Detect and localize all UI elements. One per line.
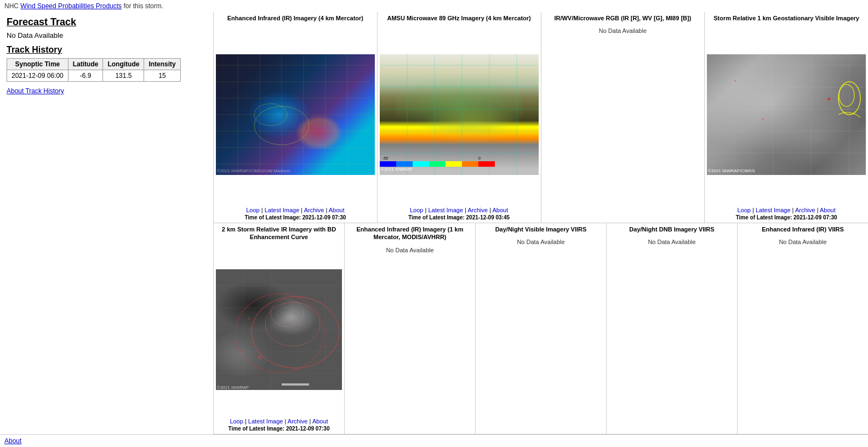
vis-geo-loop-link[interactable]: Loop: [738, 207, 751, 213]
svg-text:©2021 NIWRAP: ©2021 NIWRAP: [381, 167, 413, 172]
svg-text:0: 0: [478, 156, 481, 160]
top-bar: NHC Wind Speed Probabilities Products fo…: [0, 0, 868, 12]
svg-text:©2021 NIWRAP/CIMSS: ©2021 NIWRAP/CIMSS: [708, 168, 755, 173]
cell-viirs-ir: Enhanced Infrared (IR) VIIRS No Data Ava…: [738, 223, 868, 434]
cell-ir-4km-title: Enhanced Infrared (IR) Imagery (4 km Mer…: [227, 14, 363, 22]
col-intensity: Intensity: [144, 59, 180, 70]
col-latitude: Latitude: [68, 59, 103, 70]
cell-bd-links: Loop | Latest Image | Archive | About: [230, 418, 328, 425]
cell-viirs-dnb-title: Day/Night DNB Imagery VIIRS: [629, 225, 714, 233]
cell-bd-2km: 2 km Storm Relative IR Imagery with BD E…: [214, 223, 345, 434]
track-history-table: Synoptic Time Latitude Longitude Intensi…: [7, 58, 181, 82]
cell-amsu-89ghz: AMSU Microwave 89 GHz Imagery (4 km Merc…: [378, 12, 541, 223]
cell-ir-4km: Enhanced Infrared (IR) Imagery (4 km Mer…: [214, 12, 378, 223]
cell-viirs-vis-nodata: No Data Available: [517, 239, 564, 245]
cell-bd-timestamp: Time of Latest Image: 2021-12-09 07:30: [229, 426, 330, 432]
amsu-loop-link[interactable]: Loop: [410, 207, 423, 213]
cell-intensity: 15: [144, 70, 180, 82]
cell-amsu-links: Loop | Latest Image | Archive | About: [410, 207, 508, 213]
svg-rect-26: [380, 161, 396, 167]
vis-geo-about-link[interactable]: About: [820, 207, 836, 213]
cell-amsu-image: -50 0 ©2021 NIWRAP: [380, 24, 539, 205]
bd-latest-link[interactable]: Latest Image: [248, 418, 283, 425]
right-panel: Enhanced Infrared (IR) Imagery (4 km Mer…: [214, 12, 868, 434]
bd-loop-link[interactable]: Loop: [230, 418, 243, 425]
cell-ir-wv-title: IR/WV/Microwave RGB (IR [R], WV [G], MI8…: [554, 14, 691, 22]
cell-viirs-ir-title: Enhanced Infrared (IR) VIIRS: [762, 225, 844, 233]
cell-latitude: -6.9: [68, 70, 103, 82]
amsu-about-link[interactable]: About: [493, 207, 509, 213]
cell-synoptic-time: 2021-12-09 06:00: [7, 70, 68, 82]
svg-point-62: [265, 302, 320, 346]
cell-vis-geo-title: Storm Relative 1 km Geostationary Visibl…: [713, 14, 859, 22]
svg-text:+: +: [827, 96, 831, 102]
cell-vis-geo-image: ©2021 NIWRAP/CIMSS + + +: [707, 24, 866, 205]
amsu-latest-link[interactable]: Latest Image: [428, 207, 463, 213]
cell-ir-1km-modis: Enhanced Infrared (IR) Imagery (1 km Mer…: [345, 223, 476, 434]
bottom-about-link[interactable]: About: [4, 437, 21, 445]
ir-4km-archive-link[interactable]: Archive: [304, 207, 324, 213]
svg-point-64: [258, 355, 261, 359]
svg-text:+: +: [762, 117, 764, 121]
cell-ir-1km-nodata: No Data Available: [386, 247, 433, 253]
left-panel: Forecast Track No Data Available Track H…: [0, 12, 214, 434]
cell-ir-wv-rgb: IR/WV/Microwave RGB (IR [R], WV [G], MI8…: [541, 12, 705, 223]
bd-archive-link[interactable]: Archive: [288, 418, 308, 425]
ir-4km-loop-link[interactable]: Loop: [246, 207, 259, 213]
svg-point-66: [248, 318, 250, 320]
cell-viirs-vis: Day/Night Visible Imagery VIIRS No Data …: [476, 223, 607, 434]
vis-geo-latest-link[interactable]: Latest Image: [756, 207, 791, 213]
cell-viirs-dnb: Day/Night DNB Imagery VIIRS No Data Avai…: [607, 223, 738, 434]
cell-ir-4km-timestamp: Time of Latest Image: 2021-12-09 07:30: [244, 214, 346, 220]
table-row: 2021-12-09 06:00 -6.9 131.5 15: [7, 70, 181, 82]
bottom-bar: About: [0, 434, 868, 447]
svg-rect-31: [462, 161, 478, 167]
svg-point-61: [252, 297, 339, 368]
page-wrapper: NHC Wind Speed Probabilities Products fo…: [0, 0, 868, 447]
svg-rect-32: [478, 161, 495, 167]
cell-amsu-title: AMSU Microwave 89 GHz Imagery (4 km Merc…: [387, 14, 530, 22]
cell-bd-image: ©2021 NIWRAP: [216, 244, 342, 416]
cell-ir-4km-links: Loop | Latest Image | Archive | About: [246, 207, 344, 213]
ir-4km-about-link[interactable]: About: [329, 207, 345, 213]
svg-rect-30: [446, 161, 462, 167]
vis-geo-visual: ©2021 NIWRAP/CIMSS + + +: [707, 54, 866, 175]
imagery-row-1: Enhanced Infrared (IR) Imagery (4 km Mer…: [214, 12, 868, 223]
cell-vis-geo-timestamp: Time of Latest Image: 2021-12-09 07:30: [736, 214, 837, 220]
col-longitude: Longitude: [103, 59, 144, 70]
cell-ir-1km-title: Enhanced Infrared (IR) Imagery (1 km Mer…: [347, 225, 473, 241]
col-synoptic-time: Synoptic Time: [7, 59, 68, 70]
ir-4km-latest-link[interactable]: Latest Image: [265, 207, 300, 213]
svg-text:+: +: [734, 79, 736, 82]
svg-point-65: [324, 345, 327, 347]
imagery-row-2: 2 km Storm Relative IR Imagery with BD E…: [214, 223, 868, 434]
svg-rect-28: [413, 161, 429, 167]
cell-amsu-timestamp: Time of Latest Image: 2021-12-09 03:45: [408, 214, 510, 220]
svg-rect-27: [396, 161, 413, 167]
cell-viirs-ir-nodata: No Data Available: [779, 239, 826, 245]
amsu-archive-link[interactable]: Archive: [467, 207, 488, 213]
cell-ir-wv-nodata: No Data Available: [599, 27, 647, 34]
cell-longitude: 131.5: [103, 70, 144, 82]
cell-vis-geo-links: Loop | Latest Image | Archive | About: [738, 207, 836, 213]
forecast-track-title: Forecast Track: [7, 16, 207, 28]
amsu-visual: -50 0 ©2021 NIWRAP: [380, 54, 539, 175]
svg-text:©2021 NIWRAP: ©2021 NIWRAP: [217, 385, 249, 390]
cell-viirs-vis-title: Day/Night Visible Imagery VIIRS: [495, 225, 587, 233]
svg-rect-29: [429, 161, 446, 167]
vis-geo-archive-link[interactable]: Archive: [795, 207, 815, 213]
forecast-no-data: No Data Available: [7, 31, 207, 39]
wind-speed-link[interactable]: Wind Speed Probabilities Products: [20, 2, 122, 10]
cell-vis-geo: Storm Relative 1 km Geostationary Visibl…: [705, 12, 868, 223]
main-content: Forecast Track No Data Available Track H…: [0, 12, 868, 434]
svg-point-63: [271, 299, 304, 327]
track-history-title: Track History: [7, 45, 207, 55]
about-track-history-link[interactable]: About Track History: [7, 87, 64, 95]
cell-bd-title: 2 km Storm Relative IR Imagery with BD E…: [216, 225, 342, 241]
cell-ir-4km-image: ©2021 NIWRAP/CIMSS/UW-Madison: [216, 24, 375, 205]
ir-4km-visual: ©2021 NIWRAP/CIMSS/UW-Madison: [216, 54, 375, 175]
svg-text:-50: -50: [382, 156, 388, 160]
svg-point-46: [839, 84, 854, 106]
svg-text:©2021 NIWRAP/CIMSS/UW-Madison: ©2021 NIWRAP/CIMSS/UW-Madison: [217, 168, 290, 173]
bd-about-link[interactable]: About: [312, 418, 328, 425]
